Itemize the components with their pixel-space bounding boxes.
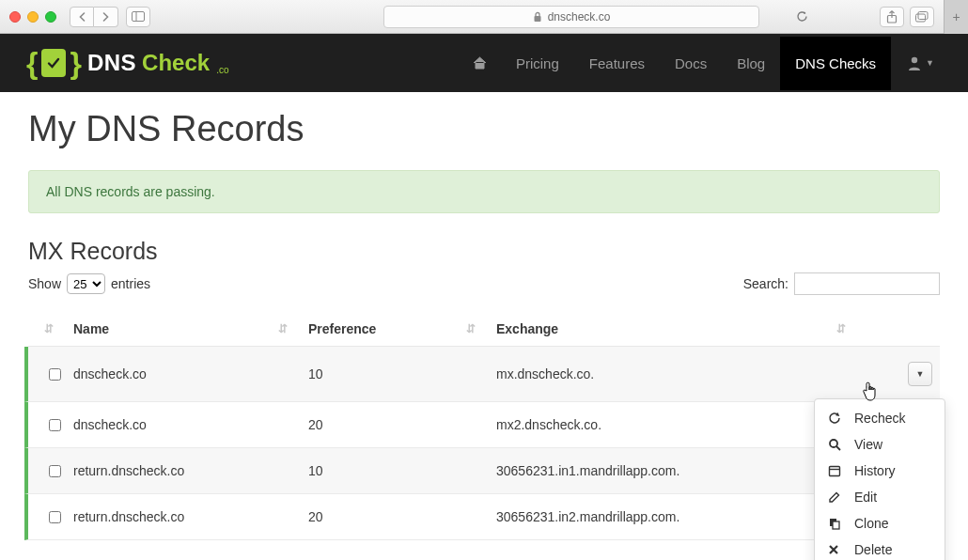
svg-rect-4 <box>916 14 926 22</box>
cell-preference: 10 <box>308 366 496 381</box>
search-label: Search: <box>743 276 788 291</box>
user-icon <box>906 54 923 71</box>
table-row: return.dnscheck.co 20 30656231.in2.mandr… <box>24 494 940 540</box>
cell-name: return.dnscheck.co <box>73 509 308 524</box>
entries-select[interactable]: 25 <box>67 273 105 294</box>
cell-exchange: 30656231.in1.mandrillapp.com. <box>496 463 867 478</box>
logo-text-check: Check <box>142 50 210 76</box>
svg-point-6 <box>912 57 917 63</box>
address-bar[interactable]: dnscheck.co <box>383 6 759 28</box>
logo[interactable]: { } DNSCheck .co <box>26 46 228 81</box>
copy-icon <box>828 517 843 530</box>
lock-icon <box>533 11 542 23</box>
nav-home-icon[interactable] <box>459 55 501 70</box>
url-host: dnscheck.co <box>548 10 611 23</box>
show-entries: Show 25 entries <box>28 273 150 294</box>
row-checkbox[interactable] <box>49 465 61 477</box>
logo-sub: .co <box>216 65 228 75</box>
success-alert: All DNS records are passing. <box>28 170 940 213</box>
caret-down-icon: ▼ <box>926 58 934 68</box>
forward-button[interactable] <box>94 7 118 27</box>
alert-text: All DNS records are passing. <box>46 184 215 199</box>
nav-pricing[interactable]: Pricing <box>501 37 574 90</box>
nav-blog[interactable]: Blog <box>722 37 780 90</box>
row-actions-button[interactable]: ▼ <box>908 362 932 386</box>
svg-point-7 <box>830 440 837 447</box>
dropdown-label: Delete <box>854 542 892 557</box>
dropdown-label: Recheck <box>854 411 905 426</box>
nav-dns-checks[interactable]: DNS Checks <box>780 37 891 90</box>
svg-rect-0 <box>133 12 145 22</box>
svg-rect-15 <box>833 521 839 529</box>
cursor-pointer-icon <box>861 381 878 402</box>
close-window-icon[interactable] <box>9 11 21 23</box>
svg-rect-5 <box>918 11 928 19</box>
svg-rect-2 <box>534 16 540 22</box>
cell-exchange: mx2.dnscheck.co. <box>496 417 867 432</box>
nav-user-menu[interactable]: ▼ <box>891 54 942 71</box>
sort-icon: ⇵ <box>278 322 286 335</box>
cell-name: dnscheck.co <box>73 417 308 432</box>
nav-docs[interactable]: Docs <box>660 37 722 90</box>
col-name[interactable]: Name⇵ <box>73 321 308 336</box>
refresh-icon <box>828 412 843 425</box>
cell-name: return.dnscheck.co <box>73 463 308 478</box>
logo-check-icon <box>41 49 66 77</box>
svg-rect-9 <box>830 467 840 476</box>
logo-brace-right-icon: } <box>70 46 81 81</box>
dropdown-edit[interactable]: Edit <box>815 484 945 510</box>
sort-icon[interactable]: ⇵ <box>44 322 52 335</box>
nav-features[interactable]: Features <box>574 37 660 90</box>
col-ex-label: Exchange <box>496 321 558 336</box>
svg-line-8 <box>836 446 840 450</box>
col-pref-label: Preference <box>308 321 376 336</box>
show-label-post: entries <box>111 276 150 291</box>
search-box: Search: <box>743 272 940 295</box>
search-icon <box>828 438 843 451</box>
tabs-button[interactable] <box>910 7 934 27</box>
sort-icon: ⇵ <box>466 322 474 335</box>
back-button[interactable] <box>70 7 94 27</box>
records-table: ⇵ Name⇵ Preference⇵ Exchange⇵ dnscheck.c… <box>28 312 940 540</box>
search-input[interactable] <box>794 272 940 295</box>
window-controls <box>9 11 56 23</box>
table-controls: Show 25 entries Search: <box>28 272 940 295</box>
dropdown-history[interactable]: History <box>815 458 945 484</box>
new-tab-button[interactable]: + <box>944 0 968 34</box>
page-title: My DNS Records <box>28 109 940 149</box>
row-checkbox[interactable] <box>49 419 61 431</box>
dropdown-delete[interactable]: Delete <box>815 537 945 560</box>
dropdown-clone[interactable]: Clone <box>815 510 945 537</box>
cell-name: dnscheck.co <box>73 366 308 381</box>
col-name-label: Name <box>73 321 109 336</box>
dropdown-label: Clone <box>854 516 889 531</box>
reload-button[interactable] <box>788 6 816 28</box>
show-label-pre: Show <box>28 276 61 291</box>
maximize-window-icon[interactable] <box>45 11 56 23</box>
dropdown-view[interactable]: View <box>815 431 945 458</box>
nav-items: Pricing Features Docs Blog DNS Checks ▼ <box>459 37 942 90</box>
dropdown-recheck[interactable]: Recheck <box>815 405 945 431</box>
logo-brace-left-icon: { <box>26 46 38 81</box>
col-checkbox: ⇵ <box>36 322 73 335</box>
logo-text-dns: DNS <box>87 50 136 76</box>
row-checkbox[interactable] <box>49 511 61 523</box>
row-checkbox[interactable] <box>49 368 61 381</box>
dropdown-label: History <box>854 463 896 478</box>
table-row: dnscheck.co 10 mx.dnscheck.co. ▼ <box>24 347 940 402</box>
share-button[interactable] <box>880 7 904 27</box>
col-preference[interactable]: Preference⇵ <box>308 321 496 336</box>
section-title: MX Records <box>28 238 940 265</box>
close-icon <box>828 544 843 555</box>
col-exchange[interactable]: Exchange⇵ <box>496 321 867 336</box>
table-row: dnscheck.co 20 mx2.dnscheck.co. <box>24 402 940 448</box>
table-header: ⇵ Name⇵ Preference⇵ Exchange⇵ <box>28 312 940 347</box>
cell-preference: 10 <box>308 463 496 478</box>
nav-back-forward <box>70 7 118 27</box>
calendar-icon <box>828 464 843 477</box>
sidebar-toggle-button[interactable] <box>126 7 150 27</box>
minimize-window-icon[interactable] <box>27 11 39 23</box>
dropdown-label: View <box>854 437 882 452</box>
row-actions-dropdown: Recheck View History Edit Clone Delete <box>814 398 945 560</box>
cell-exchange: 30656231.in2.mandrillapp.com. <box>496 509 867 524</box>
